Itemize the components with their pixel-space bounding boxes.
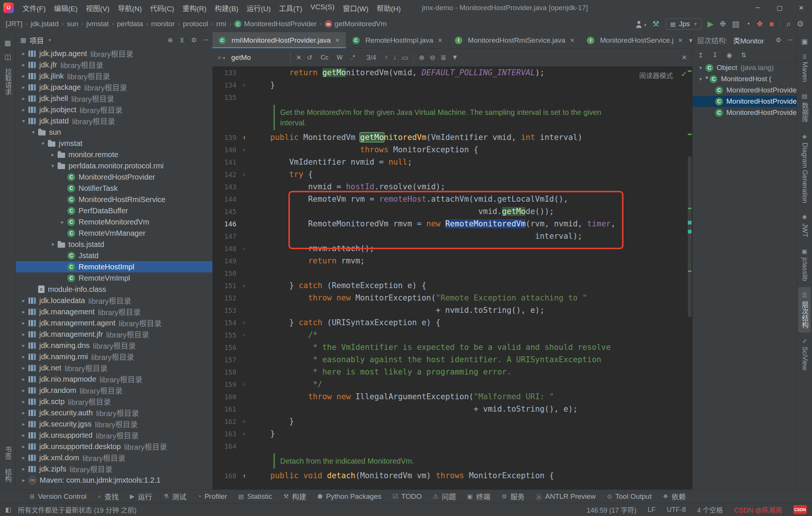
project-tree-item[interactable]: ▸jdk.jfrlibrary根目录 <box>16 59 212 70</box>
supertypes-icon[interactable]: ↥ <box>698 51 703 59</box>
reader-mode-label[interactable]: 阅读器模式 <box>639 70 673 80</box>
line-number[interactable]: 142 <box>212 168 236 181</box>
tool-button-run[interactable]: ▶运行 <box>124 490 157 503</box>
close-tab-icon[interactable]: ✕ <box>678 37 683 44</box>
scope-icon[interactable]: ◉ <box>727 51 732 59</box>
search-icon[interactable]: ⌕▾ <box>218 54 225 61</box>
fold-marker-icon[interactable]: ◇ <box>239 144 249 156</box>
project-tree-item[interactable]: ▾jvmstat <box>16 138 212 149</box>
line-ending[interactable]: LF <box>648 506 656 514</box>
regex-toggle[interactable]: .* <box>348 53 358 62</box>
line-number[interactable]: 144 <box>212 193 236 205</box>
project-tree-item[interactable]: ▸jdk.unsupported.desktoplibrary根目录 <box>16 441 212 452</box>
project-tree-item[interactable]: ▸jdk.managementlibrary根目录 <box>16 306 212 317</box>
coverage-button[interactable]: ▧ <box>732 19 739 28</box>
project-tree-item[interactable]: ▸CRemoteMonitoredVm <box>16 216 212 228</box>
chevron-right-icon[interactable]: ▸ <box>19 432 28 438</box>
settings-gear-icon[interactable]: ⚙ <box>797 19 804 28</box>
project-tree-item[interactable]: ▸jdk.jsobjectlibrary根目录 <box>16 104 212 115</box>
line-number[interactable]: 158 <box>212 366 236 378</box>
project-tree-item[interactable]: ▸jdk.xml.domlibrary根目录 <box>16 452 212 463</box>
chevron-down-icon[interactable]: ▾ <box>28 129 38 135</box>
project-tree-item[interactable]: ▸jdk.jpackagelibrary根目录 <box>16 82 212 93</box>
hierarchy-hide-icon[interactable]: ─ <box>788 36 793 44</box>
line-number[interactable]: 162 <box>212 415 236 428</box>
fold-marker-icon[interactable]: ◇ <box>239 415 249 428</box>
tool-window-switcher-icon[interactable]: ◧ <box>5 506 11 514</box>
project-tree-item[interactable]: ▸jdk.zipfslibrary根目录 <box>16 463 212 474</box>
line-number[interactable]: 139 <box>212 131 236 144</box>
clear-search-icon[interactable]: ✕ <box>296 54 301 62</box>
project-tree-item[interactable]: CNotifierTask <box>16 183 212 194</box>
remove-selection-icon[interactable]: ⊖ <box>430 54 435 62</box>
tool-stripe-sciview[interactable]: ∿SciView <box>799 334 810 375</box>
tool-button-terminal[interactable]: ▣终端 <box>462 490 496 503</box>
hierarchy-item[interactable]: CMonitoredHostProvider <box>693 107 797 118</box>
project-tree-item[interactable]: CRemoteHostImpl <box>16 261 212 272</box>
menu-item[interactable]: 重构(R) <box>178 1 211 15</box>
subtypes-icon[interactable]: ↧ <box>712 51 717 59</box>
close-tab-icon[interactable]: ✕ <box>570 37 575 44</box>
project-tree-item[interactable]: CRemoteVmImpl <box>16 272 212 284</box>
chevron-right-icon[interactable]: ▸ <box>19 410 28 416</box>
add-selection-icon[interactable]: ⊕ <box>419 54 425 62</box>
chevron-right-icon[interactable]: ▸ <box>19 331 28 337</box>
chevron-right-icon[interactable]: ▸ <box>19 399 28 404</box>
project-tree-item[interactable]: ▾sun <box>16 126 212 138</box>
tool-stripe-diagram-generation[interactable]: ◈Diagram Generation <box>799 128 810 208</box>
filter-lines-icon[interactable]: ≣ <box>441 54 446 62</box>
project-tree-item[interactable]: CMonitoredHostRmiService <box>16 194 212 205</box>
project-tree-item[interactable]: ▸jdk.sctplibrary根目录 <box>16 396 212 407</box>
indent-setting[interactable]: 4 个空格 <box>697 505 723 515</box>
match-case-toggle[interactable]: Cc <box>318 53 331 62</box>
editor-tab[interactable]: IMonitoredHostService.j✕ <box>581 32 689 48</box>
chevron-right-icon[interactable]: ▸ <box>19 297 28 303</box>
breadcrumb-item[interactable]: monitor <box>150 19 176 29</box>
project-tree-item[interactable]: ▾perfdata.monitor.protocol.rmi <box>16 160 212 171</box>
line-number[interactable]: 133 <box>212 67 236 79</box>
sort-icon[interactable]: ⇅ <box>741 51 746 59</box>
chevron-right-icon[interactable]: ▸ <box>19 466 28 472</box>
line-number[interactable]: 161 <box>212 403 236 415</box>
search-input[interactable]: getMo <box>230 53 291 62</box>
chevron-down-icon[interactable]: ▾ <box>48 241 58 247</box>
project-tree-item[interactable]: ▸jdk.naming.dnslibrary根目录 <box>16 340 212 351</box>
tool-button-problems[interactable]: ⚠问题 <box>428 490 462 503</box>
editor-tab[interactable]: CRemoteHostImpl.java✕ <box>346 32 449 48</box>
breadcrumb-item[interactable]: rmi <box>215 19 227 29</box>
breadcrumb-item[interactable]: sun <box>65 19 79 29</box>
tool-button-services[interactable]: ⚙服务 <box>496 490 530 503</box>
menu-item[interactable]: 文件(F) <box>18 1 50 15</box>
locate-file-icon[interactable]: ⊕ <box>168 36 173 44</box>
editor-tab[interactable]: Crmi\MonitoredHostProvider.java✕ <box>212 32 346 48</box>
tool-stripe-commit-icon[interactable]: ◫ <box>4 50 11 64</box>
chevron-right-icon[interactable]: ▸ <box>19 421 28 427</box>
tool-button-tool-output[interactable]: ⊙Tool Output <box>601 490 658 503</box>
line-number[interactable]: 140 <box>212 144 236 156</box>
line-number[interactable]: 155 <box>212 329 236 341</box>
file-encoding[interactable]: UTF-8 <box>667 506 686 514</box>
code-editor[interactable]: 133 return getMonitoredVm(vmid, DEFAULT_… <box>212 67 692 489</box>
chevron-right-icon[interactable]: ▸ <box>19 73 28 79</box>
project-tree-item[interactable]: ▸jdk.jshelllibrary根目录 <box>16 93 212 104</box>
project-tree-item[interactable]: CMonitoredHostProvider <box>16 171 212 183</box>
tool-button-test[interactable]: ⚗测试 <box>158 490 192 503</box>
line-number[interactable]: 168 <box>212 470 236 482</box>
user-account-button[interactable]: ▾ <box>635 19 646 28</box>
select-all-matches-icon[interactable]: ▭ <box>402 54 408 62</box>
project-tree-item[interactable]: ▸jdk.randomlibrary根目录 <box>16 385 212 396</box>
project-tree-item[interactable]: CPerfDataBuffer <box>16 205 212 216</box>
tool-button-todo[interactable]: ☑TODO <box>387 490 428 503</box>
search-filter-icon[interactable]: ▼ <box>451 54 458 61</box>
fold-marker-icon[interactable]: ◇ <box>239 329 249 341</box>
override-marker-icon[interactable]: ↑ <box>239 131 249 144</box>
breadcrumb-item[interactable]: jdk.jstatd <box>30 19 60 29</box>
override-marker-icon[interactable]: ↑ <box>239 470 249 482</box>
line-number[interactable]: 154 <box>212 317 236 329</box>
project-tree-item[interactable]: ▸jdk.nio.mapmodelibrary根目录 <box>16 373 212 385</box>
breadcrumb-item[interactable]: CMonitoredHostProvider <box>233 19 318 29</box>
editor-tab[interactable]: IMonitoredHostRmiService.java✕ <box>449 32 581 48</box>
search-everywhere-icon[interactable]: ⌕ <box>786 19 791 28</box>
settings-icon[interactable]: ⚙ <box>191 36 197 44</box>
hierarchy-item[interactable]: ▾* CMonitoredHost ( <box>693 73 797 85</box>
